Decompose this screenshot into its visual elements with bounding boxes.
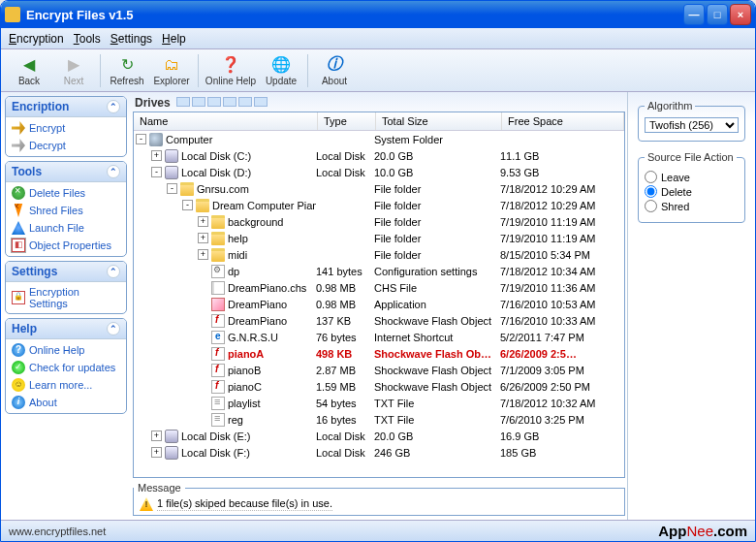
- list-row[interactable]: +helpFile folder7/19/2010 11:19 AM: [134, 230, 624, 246]
- action-shred[interactable]: Shred: [645, 200, 739, 212]
- panel-header[interactable]: Tools⌃: [6, 162, 126, 182]
- sidebar-item-launch-file[interactable]: Launch File: [6, 219, 126, 237]
- sidebar-item-online-help[interactable]: Online Help: [6, 341, 126, 359]
- cell-total: 246 GB: [374, 447, 500, 459]
- list-row[interactable]: DreamPiano.chs0.98 MBCHS File7/19/2010 1…: [134, 279, 624, 296]
- expander[interactable]: +: [151, 150, 162, 161]
- listview-header[interactable]: Name Type Total Size Free Space: [134, 112, 624, 131]
- expander[interactable]: -: [136, 134, 146, 144]
- sidebar-item-shred-files[interactable]: Shred Files: [6, 202, 126, 219]
- list-row[interactable]: -ComputerSystem Folder: [134, 131, 624, 147]
- cell-name: -Local Disk (D:): [136, 166, 316, 179]
- toolbar-separator: [198, 54, 199, 87]
- menu-encryption[interactable]: Encryption: [9, 32, 64, 46]
- expander[interactable]: +: [198, 249, 208, 260]
- cell-total: Application: [374, 299, 500, 310]
- list-row[interactable]: -Dream Computer PianoFile folder7/18/201…: [134, 197, 624, 213]
- list-row[interactable]: +backgroundFile folder7/19/2010 11:19 AM: [134, 213, 624, 230]
- sidebar: Encription⌃EncryptDecryptTools⌃Delete Fi…: [1, 92, 131, 520]
- cell-total: TXT File: [374, 414, 500, 426]
- update-button[interactable]: 🌐 Update: [259, 51, 303, 90]
- maximize-button[interactable]: □: [707, 4, 728, 25]
- list-row[interactable]: DreamPiano137 KBShockwave Flash Object7/…: [134, 312, 624, 329]
- col-type[interactable]: Type: [318, 112, 376, 130]
- sidebar-item-about[interactable]: About: [6, 394, 126, 411]
- action-delete[interactable]: Delete: [645, 185, 739, 198]
- panel-header[interactable]: Settings⌃: [6, 262, 126, 282]
- list-row[interactable]: G.N.R.S.U76 bytesInternet Shortcut5/2/20…: [134, 329, 624, 345]
- explorer-button[interactable]: 🗂 Explorer: [149, 51, 194, 90]
- panel-encription: Encription⌃EncryptDecrypt: [5, 96, 127, 157]
- list-row[interactable]: -Local Disk (D:)Local Disk10.0 GB9.53 GB: [134, 164, 624, 180]
- back-button[interactable]: ◀ Back: [7, 51, 51, 90]
- sidebar-item-check-for-updates[interactable]: Check for updates: [6, 359, 126, 376]
- action-leave[interactable]: Leave: [645, 171, 739, 183]
- sidebar-item-learn-more-[interactable]: Learn more...: [6, 376, 126, 394]
- row-name: pianoC: [228, 381, 262, 393]
- list-row[interactable]: +Local Disk (E:)Local Disk20.0 GB16.9 GB: [134, 428, 624, 444]
- expander[interactable]: +: [198, 216, 208, 227]
- chevron-up-icon[interactable]: ⌃: [107, 165, 120, 178]
- about-button[interactable]: ⓘ About: [312, 51, 357, 90]
- col-free[interactable]: Free Space: [502, 112, 624, 130]
- panel-header[interactable]: Help⌃: [6, 319, 126, 339]
- close-button[interactable]: ×: [730, 4, 751, 25]
- chevron-up-icon[interactable]: ⌃: [107, 322, 120, 335]
- algorithm-select[interactable]: Twofish (256): [645, 117, 739, 133]
- col-total[interactable]: Total Size: [376, 112, 502, 130]
- cell-free: 7/6/2010 3:25 PM: [500, 414, 624, 426]
- sidebar-item-encrypt[interactable]: Encrypt: [6, 119, 126, 137]
- list-row[interactable]: +Local Disk (C:)Local Disk20.0 GB11.1 GB: [134, 147, 624, 164]
- expander[interactable]: -: [167, 183, 177, 194]
- list-row[interactable]: pianoC1.59 MBShockwave Flash Object6/26/…: [134, 378, 624, 395]
- radio-shred[interactable]: [645, 200, 657, 212]
- list-row[interactable]: +midiFile folder8/15/2010 5:34 PM: [134, 246, 624, 263]
- menu-help[interactable]: Help: [162, 32, 186, 46]
- menu-tools[interactable]: Tools: [74, 32, 101, 46]
- folder-icon: [211, 248, 225, 262]
- list-row[interactable]: -Gnrsu.comFile folder7/18/2012 10:29 AM: [134, 180, 624, 197]
- expander[interactable]: +: [151, 430, 162, 441]
- online-help-button[interactable]: ❓ Online Help: [203, 51, 259, 90]
- list-row[interactable]: reg16 bytesTXT File7/6/2010 3:25 PM: [134, 411, 624, 428]
- radio-leave[interactable]: [645, 171, 657, 183]
- sidebar-item-object-properties[interactable]: Object Properties: [6, 237, 126, 254]
- list-row[interactable]: pianoB2.87 MBShockwave Flash Object7/1/2…: [134, 362, 624, 378]
- chevron-up-icon[interactable]: ⌃: [107, 265, 120, 278]
- menu-settings[interactable]: Settings: [110, 32, 152, 46]
- panel-header[interactable]: Encription⌃: [6, 97, 126, 117]
- sidebar-item-decrypt[interactable]: Decrypt: [6, 137, 126, 154]
- folder-icon: [211, 215, 225, 229]
- list-row[interactable]: playlist54 bytesTXT File7/18/2012 10:32 …: [134, 395, 624, 411]
- panel-body: Encryption Settings: [6, 282, 126, 313]
- chevron-up-icon[interactable]: ⌃: [107, 100, 120, 113]
- listview-body[interactable]: -ComputerSystem Folder+Local Disk (C:)Lo…: [134, 131, 624, 477]
- panel-title: Tools: [12, 165, 42, 178]
- algorithm-group: Algorithm Twofish (256): [638, 100, 745, 142]
- expander[interactable]: +: [151, 447, 162, 458]
- list-row[interactable]: pianoA498 KBShockwave Flash Ob…6/26/2009…: [134, 345, 624, 362]
- list-row[interactable]: dp141 bytesConfiguration settings7/18/20…: [134, 263, 624, 279]
- panel-body: Delete FilesShred FilesLaunch FileObject…: [6, 182, 126, 256]
- cell-name: reg: [136, 413, 316, 427]
- row-name: Local Disk (D:): [181, 167, 251, 178]
- row-name: Gnrsu.com: [197, 183, 249, 195]
- refresh-button[interactable]: ↻ Refresh: [105, 51, 149, 90]
- sidebar-item-delete-files[interactable]: Delete Files: [6, 184, 126, 202]
- expander[interactable]: +: [198, 233, 208, 243]
- minimize-button[interactable]: —: [683, 4, 705, 25]
- cell-type: 498 KB: [316, 348, 374, 360]
- sidebar-item-encryption-settings[interactable]: Encryption Settings: [6, 284, 126, 311]
- message-label: Message: [134, 482, 185, 494]
- radio-delete[interactable]: [645, 185, 657, 198]
- titlebar: Encrypt Files v1.5 — □ ×: [1, 1, 755, 28]
- list-row[interactable]: +Local Disk (F:)Local Disk246 GB185 GB: [134, 444, 624, 461]
- sidebar-item-label: Shred Files: [29, 205, 83, 216]
- list-row[interactable]: DreamPiano0.98 MBApplication7/16/2010 10…: [134, 296, 624, 312]
- expander[interactable]: -: [151, 167, 162, 177]
- file-listview[interactable]: Name Type Total Size Free Space -Compute…: [133, 112, 625, 478]
- cell-free: 7/18/2012 10:29 AM: [500, 183, 624, 195]
- expander[interactable]: -: [182, 200, 193, 210]
- cell-type: Local Disk: [316, 447, 374, 459]
- col-name[interactable]: Name: [134, 112, 318, 130]
